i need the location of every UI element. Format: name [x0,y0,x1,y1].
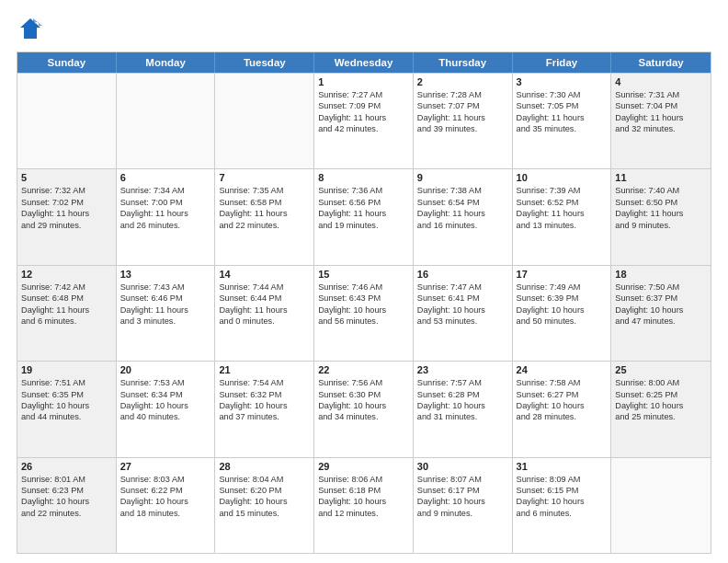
cal-cell-26: 26Sunrise: 8:01 AMSunset: 6:23 PMDayligh… [17,458,117,553]
cell-line: Sunrise: 7:57 AM [417,377,508,388]
cal-cell-29: 29Sunrise: 8:06 AMSunset: 6:18 PMDayligh… [314,458,414,553]
cell-line: Sunset: 6:52 PM [517,197,608,208]
cal-cell-24: 24Sunrise: 7:58 AMSunset: 6:27 PMDayligh… [513,362,612,456]
cell-line: Sunrise: 7:58 AM [517,377,608,388]
cell-line: Daylight: 10 hours [318,400,409,411]
cell-line: Sunrise: 7:42 AM [21,282,112,293]
cal-cell-3: 3Sunrise: 7:30 AMSunset: 7:05 PMDaylight… [513,74,612,168]
cell-line: Sunrise: 7:53 AM [120,377,211,388]
cell-line: and 40 minutes. [120,411,211,422]
cell-line: Daylight: 11 hours [21,304,112,316]
day-number: 3 [517,76,608,87]
cell-line: Daylight: 11 hours [219,208,310,219]
cell-line: Daylight: 10 hours [318,304,409,316]
cell-line: Sunset: 6:18 PM [318,485,409,496]
cell-line: and 31 minutes. [417,411,508,422]
day-number: 16 [417,269,508,280]
cell-line: Sunrise: 7:32 AM [21,185,112,196]
day-number: 19 [21,364,112,375]
cell-line: and 16 minutes. [417,220,508,231]
cell-line: Daylight: 10 hours [21,400,112,411]
day-number: 1 [318,76,409,87]
cal-cell-31: 31Sunrise: 8:09 AMSunset: 6:15 PMDayligh… [513,458,612,553]
cell-line: Sunset: 6:34 PM [120,389,211,400]
day-number: 4 [615,76,707,87]
day-number: 11 [615,172,707,183]
cell-line: and 29 minutes. [21,220,112,231]
cell-line: and 22 minutes. [219,220,310,231]
header-day-monday: Monday [117,52,216,73]
header [17,15,711,42]
cell-line: Daylight: 11 hours [517,112,608,123]
cal-cell-30: 30Sunrise: 8:07 AMSunset: 6:17 PMDayligh… [414,458,513,553]
cell-line: Sunset: 6:17 PM [417,485,508,496]
cal-cell-empty-0-1 [117,74,216,168]
day-number: 27 [120,461,211,472]
calendar-row-2: 12Sunrise: 7:42 AMSunset: 6:48 PMDayligh… [17,265,711,361]
cell-line: Daylight: 11 hours [615,208,707,219]
cell-line: and 39 minutes. [417,123,508,134]
cal-cell-2: 2Sunrise: 7:28 AMSunset: 7:07 PMDaylight… [414,74,513,168]
cell-line: Sunset: 7:02 PM [21,197,112,208]
day-number: 22 [318,364,409,375]
cal-cell-11: 11Sunrise: 7:40 AMSunset: 6:50 PMDayligh… [611,169,711,264]
cell-line: Sunset: 6:28 PM [417,389,508,400]
cell-line: Daylight: 10 hours [615,400,707,411]
day-number: 30 [417,461,508,472]
cell-line: Daylight: 10 hours [417,496,508,507]
cell-line: Sunrise: 7:47 AM [417,282,508,293]
cell-line: Sunrise: 7:38 AM [417,185,508,196]
cell-line: Daylight: 10 hours [120,400,211,411]
cal-cell-23: 23Sunrise: 7:57 AMSunset: 6:28 PMDayligh… [414,362,513,456]
cell-line: Sunset: 6:32 PM [219,389,310,400]
header-day-wednesday: Wednesday [314,52,414,73]
day-number: 31 [517,461,608,472]
day-number: 29 [318,461,409,472]
cal-cell-10: 10Sunrise: 7:39 AMSunset: 6:52 PMDayligh… [513,169,612,264]
cal-cell-1: 1Sunrise: 7:27 AMSunset: 7:09 PMDaylight… [314,74,414,168]
cal-cell-17: 17Sunrise: 7:49 AMSunset: 6:39 PMDayligh… [513,266,612,361]
day-number: 8 [318,172,409,183]
cell-line: Sunset: 6:46 PM [120,293,211,304]
cal-cell-12: 12Sunrise: 7:42 AMSunset: 6:48 PMDayligh… [17,266,117,361]
cell-line: and 6 minutes. [517,508,608,519]
cal-cell-13: 13Sunrise: 7:43 AMSunset: 6:46 PMDayligh… [117,266,216,361]
header-day-thursday: Thursday [414,52,513,73]
cell-line: Sunrise: 8:01 AM [21,474,112,485]
cell-line: Sunset: 6:56 PM [318,197,409,208]
cal-cell-9: 9Sunrise: 7:38 AMSunset: 6:54 PMDaylight… [414,169,513,264]
cal-cell-22: 22Sunrise: 7:56 AMSunset: 6:30 PMDayligh… [314,362,414,456]
day-number: 10 [517,172,608,183]
cell-line: and 50 minutes. [517,316,608,327]
cell-line: and 9 minutes. [417,508,508,519]
cell-line: Sunrise: 7:34 AM [120,185,211,196]
cell-line: Sunset: 6:20 PM [219,485,310,496]
header-day-sunday: Sunday [17,52,117,73]
cell-line: and 32 minutes. [615,123,707,134]
cell-line: and 9 minutes. [615,220,707,231]
cell-line: Daylight: 10 hours [120,496,211,507]
page: SundayMondayTuesdayWednesdayThursdayFrid… [0,0,728,563]
day-number: 26 [21,461,112,472]
cell-line: Sunrise: 7:40 AM [615,185,707,196]
cell-line: Daylight: 11 hours [517,208,608,219]
cell-line: Sunrise: 8:09 AM [517,474,608,485]
cell-line: Sunrise: 7:27 AM [318,89,409,100]
calendar-header: SundayMondayTuesdayWednesdayThursdayFrid… [17,52,711,73]
header-day-saturday: Saturday [611,52,711,73]
cell-line: Daylight: 11 hours [120,208,211,219]
cell-line: and 35 minutes. [517,123,608,134]
cell-line: Daylight: 11 hours [219,304,310,316]
day-number: 9 [417,172,508,183]
cell-line: and 18 minutes. [120,508,211,519]
cell-line: and 47 minutes. [615,316,707,327]
day-number: 28 [219,461,310,472]
cell-line: Sunrise: 8:04 AM [219,474,310,485]
cell-line: Sunset: 6:43 PM [318,293,409,304]
cell-line: Sunset: 6:54 PM [417,197,508,208]
calendar-body: 1Sunrise: 7:27 AMSunset: 7:09 PMDaylight… [17,73,711,553]
cell-line: Daylight: 10 hours [219,496,310,507]
day-number: 13 [120,269,211,280]
cell-line: Daylight: 10 hours [318,496,409,507]
cell-line: and 28 minutes. [517,411,608,422]
